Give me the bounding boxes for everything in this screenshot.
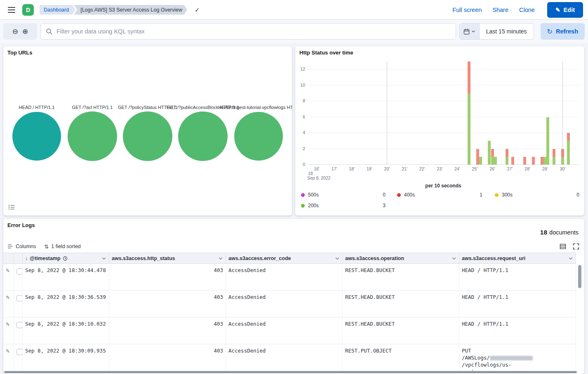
column-header-aws-s3access-request-uri[interactable]: aws.s3access.request_uri (459, 253, 576, 263)
cell-operation[interactable]: REST.PUT.OBJECT (343, 344, 459, 371)
breadcrumb-current-page[interactable]: [Logs AWS] S3 Server Access Log Overview (74, 5, 187, 15)
add-filter-icon[interactable]: ⊕ (22, 28, 28, 35)
bar-400s[interactable] (506, 149, 508, 157)
column-header-aws-s3access-http-status[interactable]: aws.s3access.http_status (109, 253, 226, 263)
cell-timestamp[interactable]: Sep 8, 2022 @ 18:30:09.935 (23, 344, 109, 371)
row-checkbox[interactable] (16, 295, 23, 301)
legend-item-500s[interactable]: 500s0 (301, 192, 386, 198)
cell-request-uri[interactable]: HEAD / HTTP/1.1 (459, 317, 576, 344)
top-navigation-bar: D Dashboard [Logs AWS] S3 Server Access … (0, 0, 588, 20)
bar-400s[interactable] (532, 157, 535, 165)
bar-200s[interactable] (561, 157, 564, 165)
calendar-button[interactable] (460, 24, 480, 39)
filter-controls-group: ⊖ ⊕ (3, 23, 37, 40)
cell-timestamp[interactable]: Sep 8, 2022 @ 18:30:44.478 (23, 264, 109, 290)
top-url-bubble[interactable] (178, 111, 228, 161)
bar-200s[interactable] (488, 141, 491, 165)
bar-400s[interactable] (561, 149, 564, 157)
legend-item-200s[interactable]: 200s3 (301, 202, 386, 209)
bar-400s[interactable] (476, 149, 479, 165)
bar-400s[interactable] (468, 62, 470, 93)
column-header-aws-s3access-operation[interactable]: aws.s3access.operation (343, 253, 459, 263)
bar-200s[interactable] (494, 157, 497, 165)
cell-timestamp[interactable]: Sep 8, 2022 @ 18:30:36.539 (23, 291, 109, 317)
bar-400s[interactable] (511, 157, 514, 165)
check-icon[interactable]: ✓ (195, 6, 200, 14)
edit-document-icon[interactable]: ✎ (6, 268, 10, 274)
bar-200s[interactable] (543, 157, 546, 165)
chevron-down-icon[interactable] (568, 256, 573, 261)
top-url-bubble[interactable] (12, 112, 61, 161)
cell-error-code[interactable]: AccessDenied (226, 291, 343, 317)
edit-document-icon[interactable]: ✎ (6, 322, 10, 327)
edit-button[interactable]: ✎ Edit (547, 2, 583, 18)
kql-search-input[interactable] (56, 28, 451, 35)
http-status-panel: Http Status over time 024681012 16'17'18… (295, 46, 584, 215)
row-checkbox[interactable] (16, 268, 23, 275)
chevron-down-icon[interactable] (335, 256, 340, 261)
sort-fields-button[interactable]: ⇅ 1 field sorted (44, 244, 80, 250)
cell-request-uri[interactable]: HEAD / HTTP/1.1 (459, 291, 576, 317)
x-axis-date-label: Sep 8, 2022 (307, 175, 331, 180)
bar-200s[interactable] (491, 157, 494, 165)
bar-200s[interactable] (506, 157, 508, 165)
http-status-chart (307, 61, 579, 165)
bar-400s[interactable] (567, 133, 570, 141)
refresh-button[interactable]: ↻ Refresh (541, 23, 585, 40)
bar-200s[interactable] (567, 141, 570, 165)
cell-error-code[interactable]: AccessDenied (226, 344, 343, 371)
cell-http-status[interactable]: 403 (109, 291, 226, 317)
cell-operation[interactable]: REST.HEAD.BUCKET (343, 291, 459, 317)
bar-200s[interactable] (479, 157, 482, 165)
cell-request-uri[interactable]: HEAD / HTTP/1.1 (459, 264, 576, 290)
cell-http-status[interactable]: 403 (109, 317, 226, 344)
column-header-label: aws.s3access.request_uri (462, 256, 525, 261)
bar-200s[interactable] (468, 93, 470, 165)
display-options-icon[interactable] (560, 243, 566, 250)
columns-button[interactable]: Columns (7, 244, 36, 249)
row-checkbox[interactable] (16, 322, 23, 328)
cell-http-status[interactable]: 403 (109, 344, 226, 371)
top-url-bubble[interactable] (123, 111, 172, 161)
chevron-down-icon[interactable] (101, 256, 106, 261)
kql-search-box[interactable] (40, 23, 456, 40)
cell-timestamp[interactable]: Sep 8, 2022 @ 18:30:10.032 (23, 317, 109, 344)
column-header-aws-s3access-error-code[interactable]: aws.s3access.error_code (226, 253, 343, 263)
top-url-bubble[interactable] (68, 111, 117, 161)
remove-filter-icon[interactable]: ⊖ (12, 28, 18, 35)
top-url-bubble[interactable] (234, 112, 283, 161)
edit-document-icon[interactable]: ✎ (6, 295, 10, 301)
cell-error-code[interactable]: AccessDenied (226, 264, 343, 290)
time-range-button[interactable]: Last 15 minutes (480, 24, 534, 39)
horizontal-scrollbar[interactable] (4, 371, 577, 373)
cell-operation[interactable]: REST.HEAD.BUCKET (343, 317, 459, 344)
cell-request-uri[interactable]: PUT/AWSLogs//vpcflowlogs/us-west-... (459, 344, 576, 371)
chevron-down-icon[interactable] (452, 256, 456, 261)
cell-http-status[interactable]: 403 (109, 264, 226, 290)
share-link[interactable]: Share (492, 7, 508, 13)
legend-value: 3 (383, 203, 386, 208)
space-avatar[interactable]: D (22, 4, 34, 16)
vertical-scrollbar[interactable] (578, 265, 581, 288)
bar-400s[interactable] (553, 149, 555, 157)
bar-400s[interactable] (541, 157, 543, 165)
cell-error-code[interactable]: AccessDenied (226, 317, 343, 344)
cell-operation[interactable]: REST.HEAD.BUCKET (343, 264, 459, 290)
request-uri-text: /vpcflowlogs/us- (462, 362, 511, 368)
column-header--timestamp[interactable]: ↓@timestamp (23, 253, 109, 263)
row-checkbox[interactable] (16, 349, 23, 355)
fullscreen-icon[interactable] (573, 243, 579, 250)
bar-400s[interactable] (523, 157, 526, 165)
legend-item-400s[interactable]: 400s1 (397, 192, 482, 198)
edit-document-icon[interactable]: ✎ (6, 348, 10, 354)
chevron-down-icon[interactable] (218, 256, 223, 261)
hamburger-menu-button[interactable] (5, 3, 18, 17)
full-screen-link[interactable]: Full screen (452, 7, 482, 13)
legend-item-300s[interactable]: 300s0 (495, 192, 579, 198)
bar-400s[interactable] (491, 149, 494, 157)
bar-200s[interactable] (546, 117, 549, 165)
clone-link[interactable]: Clone (519, 7, 535, 13)
bar-200s[interactable] (553, 157, 555, 165)
legend-toggle-icon[interactable] (8, 204, 16, 211)
breadcrumb-dashboard[interactable]: Dashboard (40, 5, 75, 15)
